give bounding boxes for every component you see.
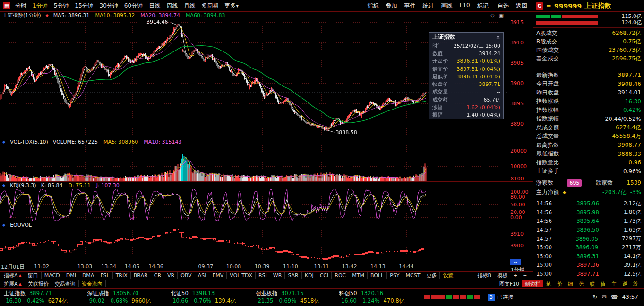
indicator-tab-指标B[interactable]: 指标B [475, 272, 495, 279]
indicator-tab-DMA[interactable]: DMA [79, 272, 98, 279]
tool-button-F10[interactable]: F10 [459, 2, 470, 10]
period-tab-周线[interactable]: 周线 [166, 2, 178, 10]
indicator-tab-WR[interactable]: WR [270, 272, 285, 279]
window-restore-icon[interactable]: ▣ [499, 12, 504, 18]
panel-tab-图文F10[interactable]: 图文F10 [497, 280, 522, 287]
axis-tick-label: 3905 [510, 60, 524, 66]
panel-tab-资金流向[interactable]: 资金流向 [79, 280, 106, 287]
phone-icon[interactable]: ☎ [610, 294, 618, 300]
menu-icon[interactable]: ≡ [546, 3, 551, 10]
indicator-tab-ASI[interactable]: ASI [195, 272, 210, 279]
panel-tab-势[interactable]: 势 [576, 280, 587, 287]
panel-tab-价[interactable]: 价 [554, 280, 565, 287]
indicator-tab-窗口[interactable]: 窗口 [25, 272, 42, 279]
indicator-tab-更多[interactable]: 更多 [423, 272, 440, 279]
indicator-value-label: VOLUME: 657225 [53, 139, 98, 145]
tool-button-画线[interactable]: 画线 [441, 2, 452, 10]
panel-tab-筹[interactable]: 筹 [630, 280, 641, 287]
diamond-tool-icon[interactable]: ◇ [490, 12, 494, 18]
indicator-tab-OBV[interactable]: OBV [178, 272, 195, 279]
period-tab-月线[interactable]: 月线 [184, 2, 195, 10]
tab-label: ASI [198, 272, 206, 279]
period-tab-更多▾[interactable]: 更多▾ [224, 2, 239, 10]
gauge-segment [536, 21, 598, 25]
indicator-tab-KDJ[interactable]: KDJ [302, 272, 317, 279]
indicator-tab-模板[interactable]: 模板 [494, 272, 510, 279]
indicator-tab-CR[interactable]: CR [151, 272, 164, 279]
axis-tick-label: 80.00 [510, 194, 525, 200]
panel-tab-笔[interactable]: 笔 [543, 280, 554, 287]
equvol-chart-canvas[interactable] [0, 229, 508, 263]
buy-sell-gauges: 115.0亿124.0亿 [533, 12, 644, 26]
indicator-tab-BOLL[interactable]: BOLL [368, 272, 387, 279]
panel-tab-交易查询[interactable]: 交易查询 [52, 280, 79, 287]
tool-button-指标[interactable]: 指标 [367, 2, 378, 10]
indicator-tab-指标A[interactable]: 指标A▲ [1, 272, 25, 279]
period-tab-30分钟[interactable]: 30分钟 [100, 2, 118, 10]
close-icon[interactable]: × [496, 34, 500, 41]
indicator-tab-FSL[interactable]: FSL [97, 272, 112, 279]
tool-button-事件[interactable]: 事件 [404, 2, 415, 10]
app-logo-icon[interactable]: ▦ [3, 2, 10, 9]
indicator-tab-MTM[interactable]: MTM [349, 272, 368, 279]
group-badge[interactable]: G [536, 2, 543, 10]
period-tab-60分钟[interactable]: 60分钟 [124, 2, 143, 10]
tab-label: 资金流向 [82, 280, 103, 288]
indicator-tab-EMV[interactable]: EMV [209, 272, 227, 279]
indicator-tab-设置[interactable]: 设置 [440, 272, 456, 279]
period-tab-多周期[interactable]: 多周期 [201, 2, 218, 10]
time-axis-label: 13:11 [314, 264, 329, 270]
indicator-tab-CCI[interactable]: CCI [317, 272, 332, 279]
indicator-tab-ROC[interactable]: ROC [332, 272, 349, 279]
indicator-tab-─[interactable]: ─ [520, 272, 529, 279]
refresh-icon[interactable]: ↻ [592, 294, 597, 300]
message-icon[interactable]: ✉ [601, 294, 606, 300]
index-summary-上证指数[interactable]: 上证指数3897.71-16.30-0.42%6274亿 [4, 289, 68, 305]
kdj-chart-canvas[interactable] [0, 189, 508, 221]
time-axis-label: 10:08 [226, 264, 241, 270]
panel-tab-值[interactable]: 值 [598, 280, 609, 287]
tab-label: 笔 [546, 280, 551, 288]
period-tab-分时[interactable]: 分时 [15, 2, 26, 10]
panel-tab-逆[interactable]: 逆 [619, 280, 630, 287]
indicator-tab-VOL-TDX[interactable]: VOL-TDX [227, 272, 256, 279]
index-summary-创业板指[interactable]: 创业板指3071.15-21.35-0.69%4518亿 [256, 289, 319, 305]
panel-tab-细[interactable]: 细 [565, 280, 576, 287]
volume-chart-canvas[interactable] [0, 145, 508, 181]
index-summary-深证成指[interactable]: 深证成指13056.70-90.02-0.68%9660亿 [87, 289, 151, 305]
indicator-tab-TRIX[interactable]: TRIX [113, 272, 131, 279]
stat-label: 总成交量 [536, 132, 559, 140]
panel-tab-联[interactable]: 联 [587, 280, 598, 287]
tool-button-返回[interactable]: 返回 [516, 2, 527, 10]
tool-button-叠加[interactable]: 叠加 [386, 2, 397, 10]
indicator-tab-+[interactable]: + [510, 272, 520, 279]
indicator-tab-PSY[interactable]: PSY [387, 272, 403, 279]
period-tab-1分钟[interactable]: 1分钟 [33, 2, 48, 10]
tick-amount: 1.80亿 [624, 209, 641, 216]
indicator-tab-SAR[interactable]: SAR [285, 272, 301, 279]
trade-tick-list[interactable]: 14:563895.962.12亿14:563895.981.80亿14:563… [533, 199, 644, 278]
tick-time: 14:56 [536, 209, 552, 216]
indicator-tab-DMI[interactable]: DMI [63, 272, 79, 279]
tab-label: 交易查询 [55, 280, 76, 288]
index-summary-北证50[interactable]: 北证501398.13-10.66-0.76%139.4亿 [171, 289, 236, 305]
tool-button--自选[interactable]: -自选 [496, 2, 509, 10]
tab-label: 主 [611, 280, 617, 288]
index-summary-科创50[interactable]: 科创501320.16-16.60-1.24%470.8亿 [339, 289, 404, 305]
period-tab-15分钟[interactable]: 15分钟 [75, 2, 93, 10]
indicator-tab-MCST[interactable]: MCST [403, 272, 424, 279]
tool-button-统计[interactable]: 统计 [422, 2, 434, 10]
indicator-tab-VR[interactable]: VR [164, 272, 178, 279]
index-change: -10.66 [171, 297, 188, 305]
indicator-tab-MACD[interactable]: MACD [42, 272, 63, 279]
stat-label: 总成交额 [536, 124, 559, 132]
panel-tab-扩展A[interactable]: 扩展A▲ [1, 280, 25, 287]
panel-tab-主[interactable]: 主 [609, 280, 619, 287]
panel-tab-关联报价[interactable]: 关联报价 [25, 280, 52, 287]
indicator-tab-RSI[interactable]: RSI [256, 272, 270, 279]
period-tab-日线[interactable]: 日线 [149, 2, 160, 10]
period-tab-5分钟[interactable]: 5分钟 [54, 2, 69, 10]
connection-status[interactable]: 3 已连接 [488, 294, 514, 301]
tool-button-标记[interactable]: 标记 [477, 2, 489, 10]
indicator-tab-BRAR[interactable]: BRAR [131, 272, 151, 279]
